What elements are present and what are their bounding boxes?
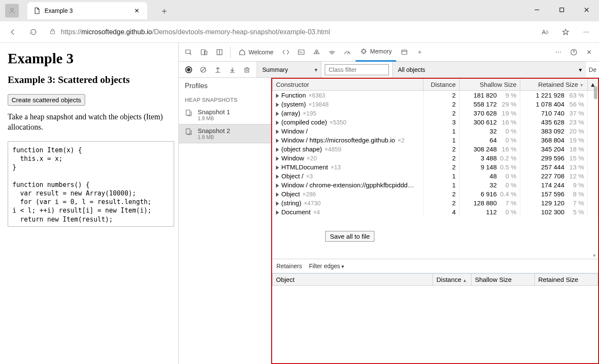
address-bar: https://microsoftedge.github.io/Demos/de…: [0, 21, 599, 43]
expand-icon[interactable]: [276, 210, 279, 215]
url-box[interactable]: https://microsoftedge.github.io/Demos/de…: [46, 26, 532, 38]
favorite-button[interactable]: [558, 24, 573, 40]
constructor-table: Constructor Distance Shallow Size Retain…: [272, 79, 598, 216]
retainers-table: Object Distance Shallow Size Retained Si…: [272, 273, 598, 363]
expand-icon[interactable]: [276, 139, 279, 143]
expand-icon[interactable]: [276, 201, 279, 206]
expand-icon[interactable]: [276, 103, 279, 107]
create-scattered-objects-button[interactable]: Create scattered objects: [8, 94, 85, 106]
table-row[interactable]: (array)×1952370 62819 %710 74037 %: [273, 109, 598, 118]
table-row[interactable]: (string)×47302128 8807 %129 1207 %: [273, 198, 598, 207]
clear-button[interactable]: [197, 63, 210, 76]
svg-point-14: [316, 52, 317, 53]
object-filter-dropdown[interactable]: All objects: [392, 62, 586, 77]
close-devtools-button[interactable]: ✕: [582, 45, 596, 59]
table-row[interactable]: Object /×31480 %227 70812 %: [273, 172, 598, 181]
save-all-tooltip: Save all to file: [325, 231, 374, 242]
snapshot-item[interactable]: Snapshot 11.9 MB: [179, 106, 271, 124]
profiles-pane: Profiles HEAP SNAPSHOTS Snapshot 11.9 MB…: [179, 78, 271, 364]
tab-welcome[interactable]: Welcome: [234, 43, 278, 62]
svg-line-15: [347, 52, 349, 54]
collect-garbage-button[interactable]: [240, 63, 253, 76]
code-textarea[interactable]: function Item(x) { this.x = x; } functio…: [8, 141, 174, 227]
table-row[interactable]: Object×28626 9160.4 %157 5968 %: [273, 189, 598, 198]
load-button[interactable]: [211, 63, 224, 76]
tab-elements-icon[interactable]: [279, 45, 293, 59]
col-retained[interactable]: Retained Size: [520, 79, 588, 91]
maximize-button[interactable]: [549, 0, 574, 20]
device-toggle-icon[interactable]: [197, 45, 211, 59]
dock-side-icon[interactable]: [212, 45, 227, 59]
page-h2: Example 3: Scattered objects: [8, 74, 174, 86]
expand-icon[interactable]: [276, 130, 279, 134]
svg-point-13: [316, 50, 318, 52]
table-row[interactable]: (compiled code)×53503300 61216 %435 6282…: [273, 118, 598, 127]
table-row[interactable]: Window×2023 4880.2 %299 59615 %: [273, 154, 598, 163]
record-button[interactable]: [182, 63, 195, 76]
table-row[interactable]: Function×63632181 8209 %1 221 92863 %: [273, 91, 598, 100]
table-row[interactable]: (system)×198482558 17229 %1 078 40456 %: [273, 100, 598, 109]
col-shallow[interactable]: Shallow Size: [460, 79, 520, 91]
read-aloud-button[interactable]: A)): [537, 24, 553, 40]
save-button[interactable]: [226, 63, 239, 76]
back-button[interactable]: [5, 24, 21, 40]
new-tab-button[interactable]: ＋: [156, 3, 173, 19]
expand-icon[interactable]: [276, 148, 279, 152]
url-text: https://microsoftedge.github.io/Demos/de…: [61, 28, 330, 36]
expand-icon[interactable]: [276, 166, 279, 170]
col-constructor[interactable]: Constructor: [273, 79, 424, 91]
filter-edges-dropdown[interactable]: Filter edges: [309, 263, 344, 269]
scroll-down-icon: ▼: [592, 253, 596, 258]
retainers-bar: Retainers Filter edges: [272, 259, 598, 273]
svg-rect-5: [51, 31, 55, 34]
ret-col-distance[interactable]: Distance: [433, 274, 471, 286]
truncated-label: De: [586, 66, 599, 73]
svg-line-26: [202, 68, 205, 71]
more-tools-button[interactable]: ⋯: [551, 45, 566, 59]
tab-performance-icon[interactable]: [340, 45, 355, 59]
page-description: Take a heap snapshot and watch the objec…: [8, 112, 174, 133]
tab-sources-icon[interactable]: [309, 45, 324, 59]
class-filter-input[interactable]: [325, 64, 389, 75]
tab-memory[interactable]: Memory: [356, 43, 396, 62]
tab-network-icon[interactable]: [325, 45, 339, 59]
browser-tab[interactable]: Example 3 ✕: [27, 2, 147, 19]
inspect-element-icon[interactable]: [181, 45, 196, 59]
devtools-tabs: Welcome Memory ＋ ⋯ ✕: [179, 43, 599, 62]
heap-area: Constructor Distance Shallow Size Retain…: [271, 78, 599, 364]
col-distance[interactable]: Distance: [424, 79, 460, 91]
tab-application-icon[interactable]: [397, 45, 412, 59]
profile-avatar[interactable]: [5, 4, 19, 18]
minimize-button[interactable]: [525, 0, 549, 20]
content-area: Example 3 Example 3: Scattered objects C…: [0, 43, 599, 364]
expand-icon[interactable]: [276, 183, 279, 188]
table-row[interactable]: Window /1320 %383 09220 %: [273, 127, 598, 136]
memory-toolbar: Summary All objects De: [179, 62, 599, 78]
ret-col-shallow[interactable]: Shallow Size: [471, 274, 535, 286]
expand-icon[interactable]: [276, 192, 279, 197]
tab-console-icon[interactable]: [294, 45, 308, 59]
ret-col-object[interactable]: Object: [273, 274, 433, 286]
expand-icon[interactable]: [276, 94, 279, 98]
svg-rect-8: [205, 51, 207, 55]
expand-icon[interactable]: [276, 112, 279, 116]
help-button[interactable]: [566, 45, 581, 59]
table-row[interactable]: (object shape)×48592308 24816 %345 20418…: [273, 145, 598, 154]
tab-title: Example 3: [44, 7, 128, 14]
scrollbar-thumb[interactable]: [594, 86, 597, 99]
table-row[interactable]: Window / https://microsoftedge.github.io…: [273, 136, 598, 145]
more-tabs-button[interactable]: ＋: [412, 45, 427, 59]
close-window-button[interactable]: [574, 0, 599, 20]
table-row[interactable]: HTMLDocument×1329 1480.5 %257 44413 %: [273, 163, 598, 172]
menu-button[interactable]: ⋯: [578, 24, 594, 40]
snapshot-item[interactable]: Snapshot 21.9 MB: [179, 124, 271, 143]
expand-icon[interactable]: [276, 157, 279, 161]
expand-icon[interactable]: [276, 175, 279, 179]
expand-icon[interactable]: [276, 121, 279, 125]
refresh-button[interactable]: [26, 24, 41, 40]
table-row[interactable]: Document×441120 %102 3005 %: [273, 207, 598, 216]
ret-col-retained[interactable]: Retained Size: [535, 274, 598, 286]
close-tab-button[interactable]: ✕: [133, 6, 141, 16]
view-dropdown[interactable]: Summary: [257, 62, 321, 77]
table-row[interactable]: Window / chrome-extension://gpphkfbcpidd…: [273, 181, 598, 189]
